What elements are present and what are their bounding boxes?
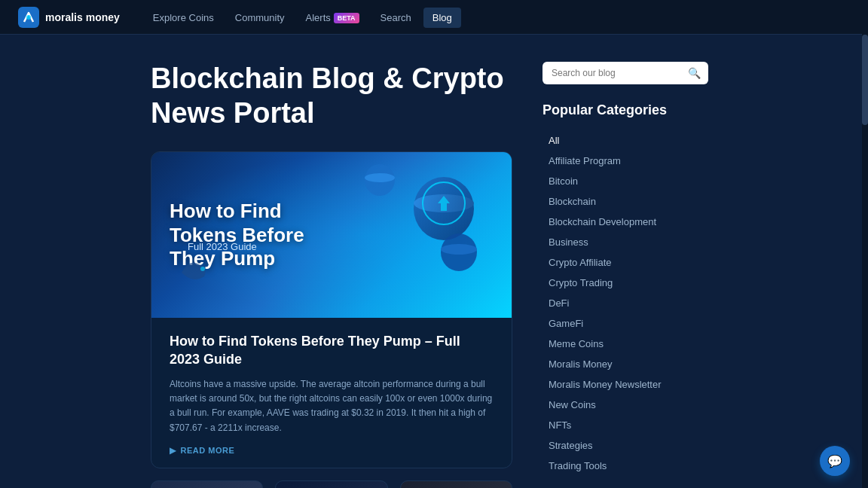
read-more-arrow: ▶ [170,446,176,456]
navbar: moralis money Explore Coins Community Al… [0,0,868,35]
creature-decoration [174,250,212,280]
search-icon: 🔍 [688,67,701,79]
svg-point-8 [441,244,477,255]
search-box: 🔍 [542,62,708,84]
category-item[interactable]: Bitcoin [542,171,708,191]
category-item[interactable]: Strategies [542,435,708,456]
featured-image: How to Find Tokens Before They Pump Full… [151,152,512,318]
left-column: Blockchain Blog & Crypto News Portal How… [151,62,512,488]
category-item[interactable]: Business [542,232,708,252]
search-input[interactable] [542,62,708,84]
category-item[interactable]: Crypto Trading [542,273,708,293]
beta-badge: BETA [334,13,359,23]
coin-decoration [406,167,481,246]
nav-community[interactable]: Community [226,8,294,28]
svg-point-6 [365,173,395,182]
category-item[interactable]: GameFi [542,313,708,334]
featured-article-card[interactable]: How to Find Tokens Before They Pump Full… [151,151,512,468]
nav-links: Explore Coins Community AlertsBETA Searc… [144,11,461,24]
category-item[interactable]: Blockchain [542,191,708,212]
nav-explore-coins[interactable]: Explore Coins [144,8,223,28]
mini-card-2[interactable] [275,480,387,488]
nav-blog[interactable]: Blog [423,8,461,28]
category-item[interactable]: All [542,130,708,151]
svg-point-9 [200,267,205,271]
category-list: AllAffiliate ProgramBitcoinBlockchainBlo… [542,130,708,476]
category-item[interactable]: Affiliate Program [542,151,708,171]
scrollbar-track [862,0,868,488]
category-item[interactable]: Crypto Affiliate [542,252,708,273]
featured-excerpt: Altcoins have a massive upside. The aver… [170,377,494,435]
nav-alerts[interactable]: AlertsBETA [297,8,368,28]
logo-text: moralis money [45,11,120,23]
category-item[interactable]: DeFi [542,293,708,313]
read-more-link[interactable]: ▶ READ MORE [170,446,494,456]
category-item[interactable]: Moralis Money Newsletter [542,374,708,395]
bottom-cards-row [151,480,512,488]
main-content: Blockchain Blog & Crypto News Portal How… [0,35,868,488]
right-sidebar: 🔍 Popular Categories AllAffiliate Progra… [542,62,708,488]
featured-article-title: How to Find Tokens Before They Pump – Fu… [170,333,494,368]
mini-card-3[interactable] [400,480,512,488]
scrollbar-thumb[interactable] [862,35,868,125]
categories-title: Popular Categories [542,102,708,118]
chat-bubble-button[interactable]: 💬 [820,446,850,476]
mini-card-1[interactable] [151,480,263,488]
chat-icon: 💬 [827,454,842,468]
category-item[interactable]: New Coins [542,395,708,415]
featured-body: How to Find Tokens Before They Pump – Fu… [151,318,512,468]
category-item[interactable]: Meme Coins [542,334,708,354]
category-item[interactable]: Trading Tools [542,456,708,476]
category-item[interactable]: NFTs [542,415,708,435]
logo[interactable]: moralis money [18,7,120,28]
svg-point-1 [26,15,31,20]
page-title: Blockchain Blog & Crypto News Portal [151,62,512,130]
nav-search[interactable]: Search [371,8,420,28]
category-item[interactable]: Blockchain Development [542,212,708,232]
category-item[interactable]: Moralis Money [542,354,708,374]
